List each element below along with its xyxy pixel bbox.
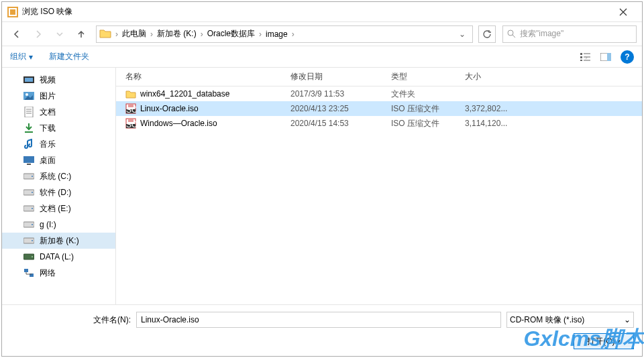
close-button[interactable] (610, 3, 637, 21)
chevron-right-icon: › (290, 29, 296, 39)
svg-point-26 (32, 256, 33, 257)
network-icon (23, 267, 34, 278)
sidebar-item-label: 桌面 (40, 155, 56, 166)
window-title: 浏览 ISO 映像 (22, 6, 610, 17)
sidebar-item-label: DATA (L:) (40, 252, 74, 261)
file-name: Windows—Oracle.iso (140, 119, 217, 128)
sidebar: 视频图片文档下载音乐桌面系统 (C:)软件 (D:)文档 (E:)g (I:)新… (2, 68, 116, 304)
col-size[interactable]: 大小 (465, 71, 532, 82)
col-date[interactable]: 修改日期 (290, 71, 391, 82)
titlebar: 浏览 ISO 映像 (2, 2, 642, 22)
col-type[interactable]: 类型 (391, 71, 465, 82)
svg-point-18 (32, 192, 33, 193)
col-name[interactable]: 名称 (116, 71, 290, 82)
breadcrumb-3[interactable]: image (263, 29, 290, 39)
file-row[interactable]: winx64_12201_database2017/3/9 11:53文件夹 (116, 86, 642, 101)
back-button[interactable] (7, 25, 26, 44)
sidebar-item-10[interactable]: 新加卷 (K:) (2, 233, 115, 249)
drive-icon (23, 187, 34, 198)
sidebar-item-12[interactable]: 网络 (2, 265, 115, 281)
iso-icon: ISO (125, 103, 136, 114)
sidebar-item-4[interactable]: 音乐 (2, 136, 115, 152)
up-button[interactable] (72, 25, 91, 44)
sidebar-item-9[interactable]: g (I:) (2, 217, 115, 233)
svg-point-2 (508, 30, 513, 36)
navbar: › 此电脑 › 新加卷 (K:) › Oracle数据库 › image › ⌄… (2, 22, 642, 46)
file-date: 2020/4/13 23:25 (290, 104, 391, 113)
sidebar-item-8[interactable]: 文档 (E:) (2, 200, 115, 217)
file-date: 2017/3/9 11:53 (290, 89, 391, 99)
sidebar-item-label: 视频 (40, 74, 56, 86)
file-row[interactable]: ISOWindows—Oracle.iso2020/4/15 14:53ISO … (116, 116, 642, 131)
chevron-down-icon: ▾ (617, 338, 621, 345)
address-bar[interactable]: › 此电脑 › 新加卷 (K:) › Oracle数据库 › image › ⌄ (96, 25, 473, 43)
downloads-icon (23, 123, 34, 133)
sidebar-item-label: 下载 (40, 123, 56, 134)
file-dialog: 浏览 ISO 映像 › 此电脑 › 新加卷 (K:) › Oracle数据库 ›… (1, 1, 643, 357)
drive-alt-icon (23, 251, 34, 262)
sidebar-item-1[interactable]: 图片 (2, 88, 115, 104)
organize-menu[interactable]: 组织▾ (10, 51, 33, 62)
chevron-down-icon: ▾ (29, 52, 33, 62)
forward-button[interactable] (29, 25, 48, 44)
folder-icon (125, 88, 136, 99)
refresh-button[interactable] (478, 25, 496, 43)
rows: winx64_12201_database2017/3/9 11:53文件夹IS… (116, 86, 642, 304)
file-list: 名称 修改日期 类型 大小 winx64_12201_database2017/… (116, 68, 642, 304)
sidebar-item-label: 文档 (E:) (40, 203, 71, 215)
file-name: Linux-Oracle.iso (140, 104, 199, 113)
sidebar-item-label: 网络 (40, 267, 56, 279)
sidebar-item-2[interactable]: 文档 (2, 104, 115, 120)
file-type-filter[interactable]: CD-ROM 映像 (*.iso)⌄ (506, 312, 634, 328)
sidebar-item-0[interactable]: 视频 (2, 72, 115, 88)
open-button[interactable]: 打开(O) ▾ (574, 333, 634, 349)
drive-icon (23, 235, 34, 246)
sidebar-item-11[interactable]: DATA (L:) (2, 249, 115, 265)
preview-pane-button[interactable] (596, 49, 615, 65)
search-input[interactable]: 搜索"image" (502, 25, 637, 43)
svg-point-16 (32, 176, 33, 177)
chevron-down-icon[interactable]: ⌄ (455, 29, 470, 39)
drive-icon (23, 171, 34, 182)
svg-rect-9 (25, 78, 33, 82)
chevron-right-icon: › (258, 29, 263, 39)
svg-rect-27 (24, 269, 28, 272)
new-folder-button[interactable]: 新建文件夹 (49, 51, 89, 62)
sidebar-item-label: 文档 (40, 107, 56, 118)
column-headers: 名称 修改日期 类型 大小 (116, 68, 642, 86)
iso-icon: ISO (125, 118, 136, 129)
file-name: winx64_12201_database (140, 89, 229, 99)
toolbar: 组织▾ 新建文件夹 ? (2, 46, 642, 68)
body: 视频图片文档下载音乐桌面系统 (C:)软件 (D:)文档 (E:)g (I:)新… (2, 68, 642, 304)
sidebar-item-3[interactable]: 下载 (2, 120, 115, 136)
video-icon (23, 74, 34, 85)
svg-rect-1 (10, 9, 15, 15)
sidebar-item-label: 新加卷 (K:) (40, 235, 79, 247)
drive-icon (23, 203, 34, 214)
sidebar-item-7[interactable]: 软件 (D:) (2, 184, 115, 200)
bottom-panel: 文件名(N): CD-ROM 映像 (*.iso)⌄ 打开(O) ▾ (2, 304, 642, 356)
breadcrumb-1[interactable]: 新加卷 (K:) (154, 28, 199, 40)
view-options-button[interactable] (576, 49, 595, 65)
breadcrumb-2[interactable]: Oracle数据库 (205, 28, 258, 40)
pictures-icon (23, 90, 34, 101)
svg-rect-4 (580, 56, 582, 58)
file-type: 文件夹 (391, 88, 465, 100)
breadcrumb-0[interactable]: 此电脑 (119, 28, 149, 40)
svg-rect-14 (27, 164, 31, 165)
close-icon (619, 8, 627, 16)
svg-point-20 (32, 208, 33, 209)
recent-button[interactable] (50, 25, 69, 44)
filename-input[interactable] (136, 312, 501, 328)
file-row[interactable]: ISOLinux-Oracle.iso2020/4/13 23:25ISO 压缩… (116, 101, 642, 116)
help-button[interactable]: ? (621, 50, 634, 64)
drive-icon (23, 219, 34, 230)
sidebar-item-6[interactable]: 系统 (C:) (2, 168, 115, 184)
svg-rect-12 (25, 107, 33, 117)
file-type: ISO 压缩文件 (391, 103, 465, 115)
sidebar-item-5[interactable]: 桌面 (2, 152, 115, 168)
folder-icon (99, 28, 111, 40)
chevron-right-icon: › (149, 29, 154, 39)
chevron-down-icon: ⌄ (624, 315, 631, 324)
file-type: ISO 压缩文件 (391, 118, 465, 129)
